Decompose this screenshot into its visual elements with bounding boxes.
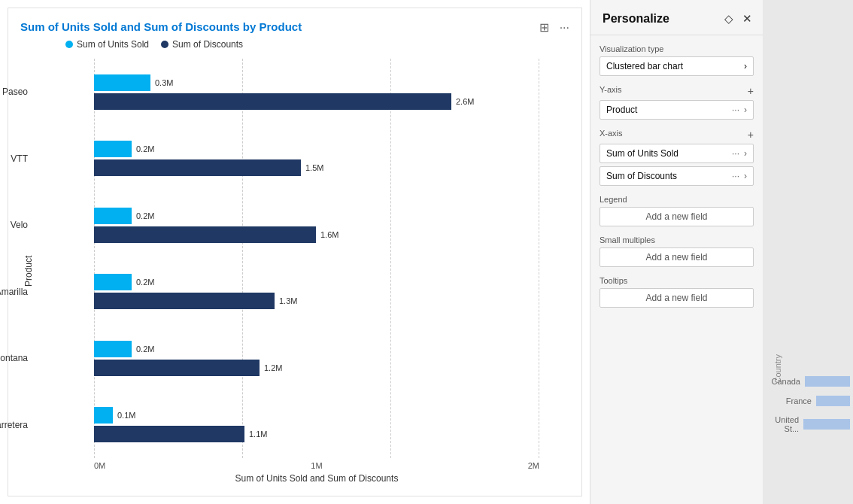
country-bar-canada xyxy=(805,376,850,387)
chart-title-highlight: Product xyxy=(260,20,302,33)
panel-title: Personalize xyxy=(603,12,669,26)
discounts-bar-carretera xyxy=(94,426,244,442)
legend-item-units: Sum of Units Sold xyxy=(65,39,149,50)
units-bar-carretera xyxy=(94,407,113,424)
legend-label-discounts: Sum of Discounts xyxy=(172,39,243,50)
units-bar-vtt xyxy=(94,141,132,157)
chart-body: Product Paseo0.3M2.6MVTT0.2M1.5MVelo0.2M… xyxy=(20,59,569,484)
x-axis-add-icon[interactable]: + xyxy=(748,129,754,141)
discounts-bar-label-velo: 1.6M xyxy=(320,230,338,239)
tooltips-add-field-btn[interactable]: Add a new field xyxy=(600,288,754,308)
product-group-vtt: VTT0.2M1.5M xyxy=(34,141,539,176)
product-group-velo: Velo0.2M1.6M xyxy=(34,208,539,243)
product-group-carretera: Carretera0.1M1.1M xyxy=(34,407,539,442)
panel-body: Visualization type Clustered bar chart ›… xyxy=(590,35,763,317)
chart-legend: Sum of Units Sold Sum of Discounts xyxy=(65,39,569,50)
grid-line-3 xyxy=(539,59,539,458)
y-axis-field-value: Product xyxy=(606,105,637,115)
chart-container: Sum of Units Sold and Sum of Discounts b… xyxy=(8,8,582,496)
x-axis-field2-icons: ··· › xyxy=(732,171,747,181)
country-y-axis-label: Country xyxy=(773,354,782,384)
personalize-visual-btn[interactable]: ⊞ xyxy=(536,19,552,36)
y-axis-header: Y-axis + xyxy=(600,85,754,97)
country-bar-france xyxy=(816,396,850,406)
units-bar-label-vtt: 0.2M xyxy=(136,144,154,153)
close-panel-btn[interactable]: ✕ xyxy=(741,11,754,27)
x-axis-field1-ellipsis[interactable]: ··· xyxy=(732,148,739,159)
viz-type-label: Visualization type xyxy=(600,44,754,53)
chart-plot-area: Paseo0.3M2.6MVTT0.2M1.5MVelo0.2M1.6MAmar… xyxy=(34,59,569,484)
product-label-amarilla: Amarilla xyxy=(0,287,28,297)
x-axis-field1-icons: ··· › xyxy=(732,148,747,159)
legend-dot-discounts xyxy=(161,41,168,48)
y-axis-field-icons: ··· › xyxy=(732,105,747,115)
legend-item-discounts: Sum of Discounts xyxy=(161,39,243,50)
y-axis-chevron: › xyxy=(744,105,747,115)
discounts-bar-amarilla xyxy=(94,293,275,309)
x-axis-label: Sum of Units Sold and Sum of Discounts xyxy=(94,473,539,484)
x-axis-header: X-axis + xyxy=(600,129,754,141)
legend-dot-units xyxy=(65,41,73,48)
discounts-bar-label-montana: 1.2M xyxy=(264,363,282,372)
chart-actions: ⊞ ··· xyxy=(536,19,572,36)
x-axis-area: 0M 1M 2M Sum of Units Sold and Sum of Di… xyxy=(94,458,539,484)
product-label-carretera: Carretera xyxy=(0,420,28,430)
x-axis-section-label: X-axis xyxy=(600,129,623,138)
x-axis-field2-chevron: › xyxy=(744,171,747,181)
chart-title: Sum of Units Sold and Sum of Discounts b… xyxy=(20,20,569,33)
x-axis-field1-row[interactable]: Sum of Units Sold ··· › xyxy=(600,144,754,163)
x-axis-field2-row[interactable]: Sum of Discounts ··· › xyxy=(600,166,754,186)
product-group-paseo: Paseo0.3M2.6M xyxy=(34,74,539,110)
panel-header-icons: ◇ ✕ xyxy=(723,11,754,27)
y-axis-field-row[interactable]: Product ··· › xyxy=(600,100,754,120)
panel-header: Personalize ◇ ✕ xyxy=(590,0,763,35)
viz-type-chevron: › xyxy=(744,61,747,71)
product-group-montana: Montana0.2M1.2M xyxy=(34,341,539,376)
grid-line-2 xyxy=(390,59,391,458)
discounts-bar-row-velo: 1.6M xyxy=(94,226,539,243)
discounts-bar-row-montana: 1.2M xyxy=(94,360,539,376)
x-axis-field1-value: Sum of Units Sold xyxy=(606,148,678,159)
discounts-bar-row-carretera: 1.1M xyxy=(94,426,539,442)
discounts-bar-velo xyxy=(94,226,316,243)
y-axis-section-label: Y-axis xyxy=(600,85,622,94)
legend-label-units: Sum of Units Sold xyxy=(77,39,149,50)
grid-line-1 xyxy=(242,59,243,458)
grid-lines xyxy=(94,59,539,458)
personalize-panel: Personalize ◇ ✕ Visualization type Clust… xyxy=(590,0,763,504)
x-tick-2: 2M xyxy=(528,461,539,470)
country-label-us: United St... xyxy=(763,415,799,433)
product-label-vtt: VTT xyxy=(0,153,28,164)
legend-section-label: Legend xyxy=(600,195,754,204)
reset-btn[interactable]: ◇ xyxy=(723,11,735,27)
units-bar-row-velo: 0.2M xyxy=(94,208,539,224)
country-item-france: France xyxy=(763,396,853,406)
small-multiples-section: Small multiples Add a new field xyxy=(600,235,754,267)
legend-add-field-btn[interactable]: Add a new field xyxy=(600,207,754,226)
x-axis-ticks: 0M 1M 2M xyxy=(94,458,539,470)
y-axis-ellipsis[interactable]: ··· xyxy=(732,105,739,115)
x-tick-0: 0M xyxy=(94,461,105,470)
units-bar-label-velo: 0.2M xyxy=(136,211,154,220)
more-options-btn[interactable]: ··· xyxy=(557,19,572,36)
units-bar-row-carretera: 0.1M xyxy=(94,407,539,424)
product-label-montana: Montana xyxy=(0,353,28,363)
small-multiples-add-field-btn[interactable]: Add a new field xyxy=(600,247,754,267)
product-group-amarilla: Amarilla0.2M1.3M xyxy=(34,274,539,309)
x-axis-field2-value: Sum of Discounts xyxy=(606,171,677,181)
discounts-bar-label-paseo: 2.6M xyxy=(456,97,474,106)
units-bar-velo xyxy=(94,208,132,224)
right-bg-area: Canada France United St... Country xyxy=(763,0,853,504)
discounts-bar-row-amarilla: 1.3M xyxy=(94,293,539,309)
units-bar-row-montana: 0.2M xyxy=(94,341,539,357)
x-axis-field2-ellipsis[interactable]: ··· xyxy=(732,171,739,181)
chart-inner: Product Paseo0.3M2.6MVTT0.2M1.5MVelo0.2M… xyxy=(20,59,569,484)
discounts-bar-vtt xyxy=(94,159,301,176)
y-axis-add-icon[interactable]: + xyxy=(748,85,754,97)
x-axis-section: X-axis + Sum of Units Sold ··· › Sum of … xyxy=(600,129,754,186)
viz-type-field[interactable]: Clustered bar chart › xyxy=(600,56,754,76)
bars-area: Paseo0.3M2.6MVTT0.2M1.5MVelo0.2M1.6MAmar… xyxy=(34,59,569,458)
discounts-bar-montana xyxy=(94,360,260,376)
discounts-bar-row-vtt: 1.5M xyxy=(94,159,539,176)
x-tick-1: 1M xyxy=(311,461,322,470)
